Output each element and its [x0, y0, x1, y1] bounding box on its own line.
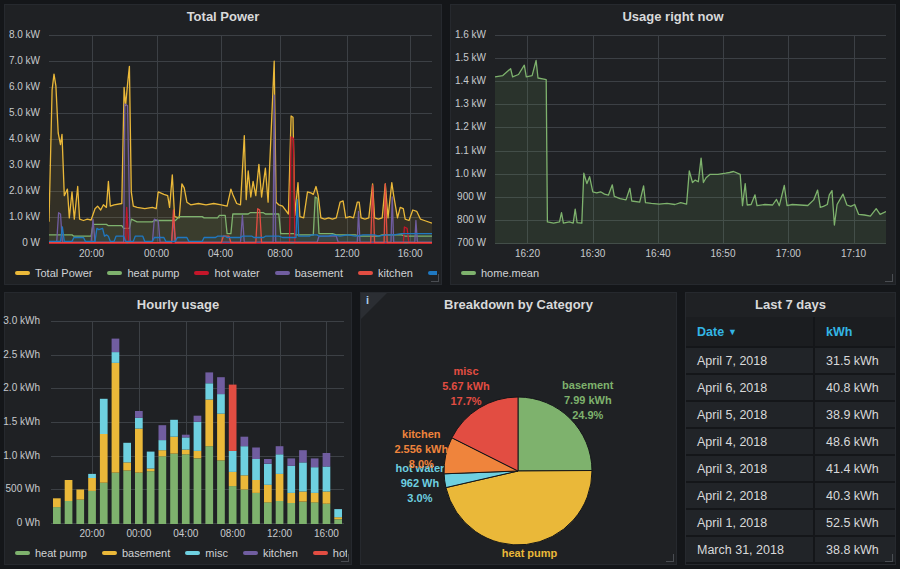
breakdown-pie-plot[interactable]: basement7.99 kWh24.9%heat pump14.95 kWh4… — [361, 293, 676, 564]
bar-segment-misc[interactable] — [147, 452, 155, 469]
bar-segment-misc[interactable] — [311, 467, 319, 493]
panel-resize-handle[interactable] — [885, 274, 893, 282]
bar-segment-misc[interactable] — [264, 464, 272, 485]
bar-segment-heat-pump[interactable] — [287, 503, 295, 524]
bar-segment-basement[interactable] — [135, 429, 143, 473]
total-power-plot[interactable] — [49, 35, 432, 244]
bar-segment-heat-pump[interactable] — [100, 483, 108, 524]
panel-title-total-power[interactable]: Total Power — [5, 5, 441, 29]
bar-segment-kitchen[interactable] — [323, 453, 331, 467]
bar-segment-basement[interactable] — [323, 492, 331, 504]
panel-info-corner[interactable]: i — [361, 293, 387, 319]
legend-item-heat-pump[interactable]: heat pump — [15, 547, 87, 559]
bar-segment-heat-pump[interactable] — [147, 471, 155, 524]
bar-segment-kitchen[interactable] — [112, 339, 120, 353]
bar-segment-basement[interactable] — [100, 434, 108, 483]
bar-segment-misc[interactable] — [229, 451, 237, 472]
bar-segment-heat-pump[interactable] — [112, 473, 120, 524]
panel-resize-handle[interactable] — [885, 554, 893, 562]
bar-segment-misc[interactable] — [287, 466, 295, 493]
bar-segment-misc[interactable] — [334, 509, 342, 517]
bar-segment-heat-pump[interactable] — [299, 502, 307, 524]
panel-title-last-7-days[interactable]: Last 7 days — [686, 293, 895, 317]
bar-segment-heat-pump[interactable] — [311, 502, 319, 524]
bar-segment-heat-pump[interactable] — [334, 519, 342, 524]
legend-item-kitchen[interactable]: kitchen — [358, 267, 413, 279]
usage-now-plot[interactable] — [495, 35, 886, 244]
bar-segment-heat-pump[interactable] — [182, 454, 190, 524]
legend-item-Total-Power[interactable]: Total Power — [15, 267, 92, 279]
bar-segment-kitchen[interactable] — [135, 411, 143, 418]
bar-segment-basement[interactable] — [159, 450, 167, 456]
bar-segment-kitchen[interactable] — [182, 435, 190, 438]
bar-segment-heat-pump[interactable] — [159, 456, 167, 524]
bar-segment-misc[interactable] — [112, 352, 120, 363]
bar-segment-kitchen[interactable] — [252, 448, 260, 460]
bar-segment-heat-pump[interactable] — [276, 501, 284, 524]
bar-segment-basement[interactable] — [276, 474, 284, 501]
hourly-usage-plot[interactable] — [51, 321, 344, 524]
bar-segment-kitchen[interactable] — [287, 458, 295, 465]
bar-segment-basement[interactable] — [334, 517, 342, 519]
bar-segment-basement[interactable] — [170, 437, 178, 454]
bar-segment-misc[interactable] — [323, 467, 331, 492]
bar-segment-basement[interactable] — [123, 462, 131, 470]
bar-segment-misc[interactable] — [299, 462, 307, 491]
bar-segment-misc[interactable] — [205, 383, 213, 399]
bar-segment-misc[interactable] — [159, 440, 167, 450]
legend-item-hot-water[interactable]: hot water — [194, 267, 259, 279]
legend-item-basement[interactable]: basement — [102, 547, 170, 559]
bar-segment-kitchen[interactable] — [205, 372, 213, 383]
bar-segment-kitchen[interactable] — [311, 458, 319, 467]
bar-segment-heat-pump[interactable] — [194, 458, 202, 524]
bar-segment-kitchen[interactable] — [241, 437, 249, 447]
bar-segment-basement[interactable] — [65, 480, 73, 501]
table-header-kwh[interactable]: kWh — [813, 317, 895, 346]
bar-segment-misc[interactable] — [241, 446, 249, 475]
bar-segment-heat-pump[interactable] — [76, 500, 84, 524]
bar-segment-hot-water[interactable] — [229, 385, 237, 451]
bar-segment-heat-pump[interactable] — [170, 454, 178, 524]
bar-segment-heat-pump[interactable] — [241, 490, 249, 525]
panel-resize-handle[interactable] — [431, 274, 439, 282]
bar-segment-misc[interactable] — [194, 422, 202, 451]
bar-segment-basement[interactable] — [76, 490, 84, 500]
bar-segment-misc[interactable] — [123, 443, 131, 463]
bar-segment-basement[interactable] — [194, 451, 202, 458]
panel-title-usage-right-now[interactable]: Usage right now — [451, 5, 895, 29]
bar-segment-heat-pump[interactable] — [53, 507, 61, 524]
table-header-date[interactable]: Date▼ — [686, 317, 813, 346]
bar-segment-heat-pump[interactable] — [65, 501, 73, 524]
bar-segment-heat-pump[interactable] — [264, 502, 272, 524]
bar-segment-heat-pump[interactable] — [88, 491, 96, 524]
bar-segment-misc[interactable] — [276, 454, 284, 474]
bar-segment-misc[interactable] — [100, 399, 108, 434]
bar-segment-kitchen[interactable] — [264, 459, 272, 464]
bar-segment-kitchen[interactable] — [217, 377, 225, 394]
panel-resize-handle[interactable] — [341, 554, 349, 562]
bar-segment-kitchen[interactable] — [276, 446, 284, 454]
legend-item-misc[interactable]: misc — [185, 547, 228, 559]
bar-segment-basement[interactable] — [88, 478, 96, 491]
bar-segment-kitchen[interactable] — [194, 416, 202, 422]
bar-segment-basement[interactable] — [241, 475, 249, 489]
bar-segment-misc[interactable] — [182, 437, 190, 449]
bar-segment-misc[interactable] — [217, 394, 225, 414]
bar-segment-basement[interactable] — [53, 498, 61, 507]
bar-segment-kitchen[interactable] — [159, 425, 167, 440]
bar-segment-misc[interactable] — [252, 459, 260, 480]
bar-segment-heat-pump[interactable] — [135, 473, 143, 524]
bar-segment-basement[interactable] — [217, 414, 225, 461]
bar-segment-basement[interactable] — [252, 480, 260, 493]
bar-segment-basement[interactable] — [229, 472, 237, 486]
bar-segment-heat-pump[interactable] — [229, 486, 237, 524]
bar-segment-basement[interactable] — [311, 493, 319, 503]
bar-segment-basement[interactable] — [287, 493, 295, 503]
bar-segment-kitchen[interactable] — [299, 450, 307, 462]
bar-segment-misc[interactable] — [170, 420, 178, 437]
bar-segment-heat-pump[interactable] — [323, 504, 331, 524]
bar-segment-basement[interactable] — [112, 363, 120, 473]
bar-segment-basement[interactable] — [182, 450, 190, 455]
bar-segment-basement[interactable] — [205, 400, 213, 447]
legend-item-heat-pump[interactable]: heat pump — [107, 267, 179, 279]
